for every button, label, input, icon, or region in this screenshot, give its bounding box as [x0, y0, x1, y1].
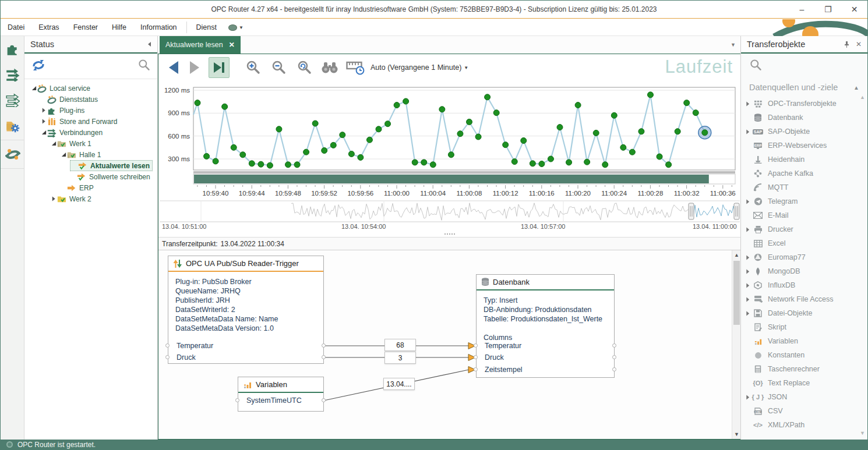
time-range-button[interactable] [345, 57, 366, 78]
port-out-druck[interactable] [612, 355, 616, 359]
port-in-zeitstempel[interactable] [474, 367, 478, 371]
find-button[interactable] [319, 57, 340, 78]
port-in-temperatur[interactable] [165, 343, 170, 348]
transfer-item-network-file-access[interactable]: Network File Access [741, 292, 867, 306]
port-in-druck[interactable] [165, 355, 170, 359]
transfer-item-heidenhain[interactable]: Heidenhain [741, 153, 867, 166]
scroll-up-icon[interactable]: ▲ [732, 252, 741, 258]
expand-icon[interactable] [746, 129, 751, 134]
chevron-down-icon[interactable]: ▼ [239, 25, 244, 30]
minimize-button[interactable]: – [789, 1, 815, 18]
port-in-temperatur[interactable] [474, 343, 478, 348]
nav-handle-left[interactable] [689, 203, 694, 219]
transfer-item-excel[interactable]: Excel [741, 236, 867, 250]
expand-icon[interactable] [746, 255, 751, 260]
expand-icon[interactable] [746, 311, 751, 316]
tree-item-plug-ins[interactable]: Plug-ins [24, 105, 157, 116]
port-in-druck[interactable] [474, 355, 478, 359]
tree-expander[interactable] [30, 86, 37, 91]
tree-item-werk-2[interactable]: Werk 2 [24, 193, 157, 204]
transfer-item-influxdb[interactable]: InfluxDB [741, 278, 867, 292]
nav-back-button[interactable] [163, 57, 184, 78]
tree-expander[interactable] [60, 152, 67, 157]
flow-node-variablen[interactable]: Variablen SystemTimeUTC [238, 377, 324, 412]
zoom-in-button[interactable] [242, 57, 263, 78]
tree-item-local-service[interactable]: Local service [24, 83, 157, 94]
tree-item-dienststatus[interactable]: Dienststatus [24, 94, 157, 105]
close-panel-icon[interactable]: ✕ [856, 40, 862, 48]
menu-item-hilfe[interactable]: Hilfe [105, 19, 133, 36]
transfer-item-xml-xpath[interactable]: </> XML/XPath [741, 418, 867, 432]
scrollbar-thumb[interactable] [733, 261, 740, 325]
tree-expander[interactable] [50, 141, 57, 146]
port-out-temperatur[interactable] [612, 343, 616, 348]
collapse-panel-icon[interactable] [147, 41, 151, 47]
flow-node-datenbank[interactable]: Datenbank Typ: InsertDB-Anbindung: Produ… [476, 274, 615, 378]
transfer-search[interactable] [741, 54, 867, 77]
section-datenquellen[interactable]: Datenquellen und -ziele ▲ [741, 77, 867, 97]
dock-plugins-icon[interactable] [1, 36, 24, 62]
tab-close-icon[interactable]: ✕ [229, 41, 235, 49]
tree-expander[interactable] [40, 119, 47, 124]
transfer-item-apache-kafka[interactable]: Apache Kafka [741, 166, 867, 180]
time-navigator[interactable]: 13.04. 10:51:0013.04. 10:54:0013.04. 10:… [160, 200, 740, 231]
dock-connections-solid-icon[interactable] [1, 62, 24, 87]
close-button[interactable]: ✕ [841, 1, 867, 18]
flow-canvas[interactable]: OPC UA Pub/Sub Reader-Trigger Plug-in: P… [158, 250, 732, 439]
expand-icon[interactable] [746, 297, 751, 302]
tree-item-werk-1[interactable]: Werk 1 [24, 138, 157, 149]
transfer-item-text-replace[interactable]: {O} Text Replace [741, 376, 867, 390]
chevron-down-icon[interactable]: ▼ [464, 65, 468, 70]
transfer-item-mqtt[interactable]: MQTT [741, 180, 867, 194]
service-status-icon[interactable] [228, 24, 237, 31]
menu-item-information[interactable]: Information [133, 19, 184, 36]
expand-icon[interactable] [746, 101, 751, 107]
transfer-item-drucker[interactable]: Drucker [741, 222, 867, 236]
port-out-temperatur[interactable] [322, 343, 326, 348]
transfer-item-datenbank[interactable]: Datenbank [741, 111, 867, 125]
tree-item-store-and-forward[interactable]: Store and Forward [24, 116, 157, 127]
scroll-down-icon[interactable]: ▼ [860, 430, 865, 436]
flow-node-trigger[interactable]: OPC UA Pub/Sub Reader-Trigger Plug-in: P… [168, 256, 324, 364]
tree-expander[interactable] [40, 130, 47, 135]
transfer-item-json[interactable]: { J } JSON [741, 390, 867, 404]
jump-to-now-button[interactable] [209, 57, 230, 78]
transfer-item-e-mail[interactable]: E-Mail [741, 208, 867, 222]
tree-item-erp[interactable]: ERP [24, 182, 157, 193]
tab-aktualwerte-lesen[interactable]: Aktualwerte lesen ✕ [160, 36, 241, 54]
refresh-button[interactable] [31, 59, 45, 73]
menu-item-dienst[interactable]: Dienst [189, 19, 224, 36]
port-out-druck[interactable] [322, 355, 326, 359]
transfer-item-datei-objekte[interactable]: Datei-Objekte [741, 306, 867, 320]
pin-icon[interactable] [844, 41, 850, 48]
zoom-reset-button[interactable] [294, 57, 315, 78]
transfer-time-chart[interactable]: 1200 ms900 ms600 ms300 ms10:59:4010:59:4… [160, 81, 740, 200]
transfer-item-skript[interactable]: Skript [741, 320, 867, 334]
dock-templates-icon[interactable] [1, 87, 24, 113]
expand-icon[interactable] [746, 283, 751, 288]
splitter-handle[interactable] [158, 231, 741, 237]
search-icon[interactable] [137, 59, 150, 73]
menu-item-extras[interactable]: Extras [31, 19, 66, 36]
tree-item-verbindungen[interactable]: Verbindungen [24, 127, 157, 138]
tab-list-dropdown-icon[interactable]: ▼ [731, 42, 736, 48]
flow-vertical-scrollbar[interactable]: ▲ ▼ [732, 250, 741, 439]
maximize-button[interactable]: ❐ [815, 1, 841, 18]
dock-project-gear-icon[interactable] [1, 113, 24, 139]
transfer-item-taschenrechner[interactable]: Taschenrechner [741, 362, 867, 376]
transfer-item-konstanten[interactable]: Konstanten [741, 348, 867, 362]
transfer-item-sap-objekte[interactable]: SAP SAP-Objekte [741, 125, 867, 139]
expand-icon[interactable] [746, 199, 751, 204]
transfer-item-euromap77[interactable]: Euromap77 [741, 250, 867, 264]
port-out-zeitstempel[interactable] [612, 367, 616, 371]
expand-icon[interactable] [746, 269, 751, 274]
transfer-item-mongodb[interactable]: MongoDB [741, 264, 867, 278]
tree-expander[interactable] [40, 108, 47, 113]
nav-handle-right[interactable] [734, 203, 739, 219]
menu-item-datei[interactable]: Datei [1, 19, 31, 36]
port-out-systemtimeutc[interactable] [322, 398, 326, 402]
dock-opcrouter-logo-icon[interactable] [1, 141, 24, 167]
zoom-out-button[interactable] [268, 57, 289, 78]
tree-item-sollwerte-schreiben[interactable]: Sollwerte schreiben [24, 171, 157, 182]
transfer-item-csv[interactable]: CSV CSV [741, 404, 867, 418]
